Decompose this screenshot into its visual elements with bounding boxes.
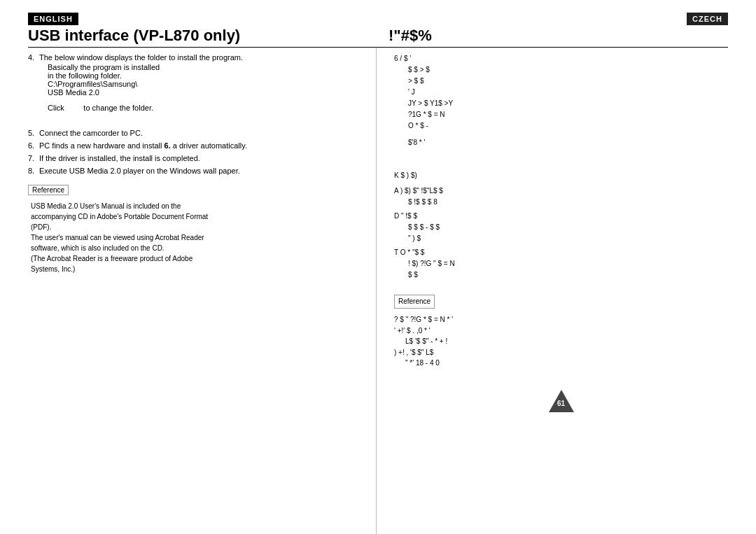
step-4-num: 4. [28, 53, 39, 112]
step-8: 8. Execute USB Media 2.0 player on the W… [28, 167, 362, 175]
step-6-num: 6. [28, 141, 39, 150]
step-4-sub-5: Click to change the folder. [48, 104, 243, 112]
step-5: 5. Connect the camcorder to PC. [28, 129, 362, 137]
reference-section-english: Reference USB Media 2.0 User's Manual is… [28, 185, 362, 274]
step-8-content: Execute USB Media 2.0 player on the Wind… [39, 167, 240, 175]
page-number-triangle: 61 [549, 390, 574, 412]
page-container: ENGLISH CZECH USB interface (VP-L870 onl… [0, 0, 756, 534]
step-7: 7. If the driver is installed, the insta… [28, 154, 362, 162]
page-number-area: 61 [394, 390, 728, 412]
czech-content: 6 / $ ' $ $ > $ > $ $ ' J JY > $ Y1$ >Y … [394, 53, 728, 412]
reference-text-english: USB Media 2.0 User's Manual is included … [28, 201, 362, 274]
step-5-num: 5. [28, 129, 39, 137]
title-english: USB interface (VP-L870 only) [28, 27, 368, 45]
czech-block-2: K $ ) $) A ) $) $" !$"L$ $ $ !$ $ $ 8 D … [394, 170, 728, 281]
step-4: 4. The below window displays the folder … [28, 53, 362, 112]
step-4-main: The below window displays the folder to … [39, 53, 243, 62]
czech-reference-text: ? $ " ?!G * $ = N * ' ' +!' $ . ,0 * ' L… [394, 314, 728, 369]
english-column: 4. The below window displays the folder … [28, 48, 377, 534]
step-4-sub: Basically the program is installed in th… [39, 63, 243, 112]
step-6-content: PC finds a new hardware and install 6. a… [39, 141, 247, 150]
czech-badge: CZECH [687, 13, 728, 25]
czech-block-1: 6 / $ ' $ $ > $ > $ $ ' J JY > $ Y1$ >Y … [394, 53, 728, 148]
czech-reference-section: Reference ? $ " ?!G * $ = N * ' ' +!' $ … [394, 295, 728, 369]
step-7-content: If the driver is installed, the install … [39, 154, 200, 162]
english-badge: ENGLISH [28, 13, 78, 25]
step-4-content: The below window displays the folder to … [39, 53, 243, 112]
step-4-sub-2: in the following folder. [48, 71, 243, 80]
step-5-content: Connect the camcorder to PC. [39, 129, 143, 137]
step-4-sub-3: C:\Programfiles\Samsung\ [48, 80, 243, 88]
reference-badge-czech: Reference [394, 295, 435, 309]
step-6: 6. PC finds a new hardware and install 6… [28, 141, 362, 150]
czech-column: 6 / $ ' $ $ > $ > $ $ ' J JY > $ Y1$ >Y … [377, 48, 728, 534]
page-number: 61 [557, 398, 565, 409]
reference-badge-english: Reference [28, 185, 69, 195]
title-czech: !"#$% [368, 27, 728, 45]
step-4-sub-1: Basically the program is installed [48, 63, 243, 71]
step-8-num: 8. [28, 167, 39, 175]
step-4-sub-4: USB Media 2.0 [48, 88, 243, 97]
step-7-num: 7. [28, 154, 39, 162]
